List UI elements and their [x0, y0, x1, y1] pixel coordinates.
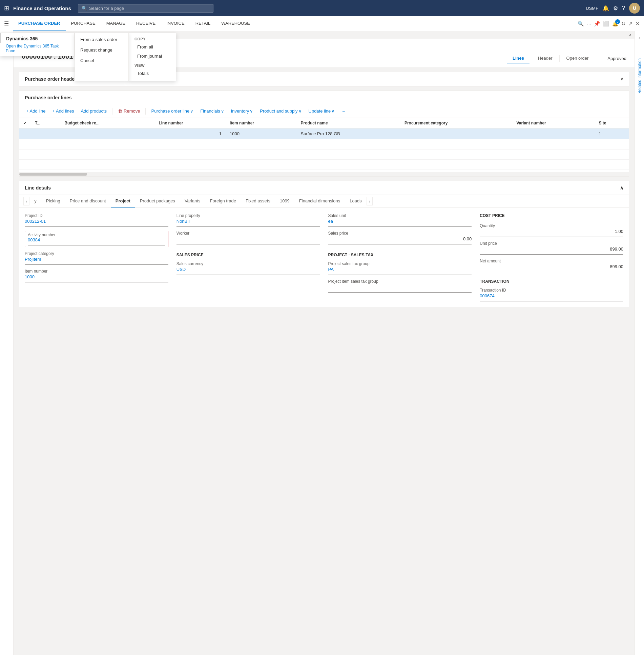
app-grid-icon[interactable]: ⊞: [4, 4, 9, 12]
totals-item[interactable]: Totals: [129, 69, 176, 78]
copy-label: COPY: [129, 36, 176, 42]
remove-button[interactable]: 🗑 Remove: [115, 107, 143, 115]
unit-price-value[interactable]: 899.00: [480, 246, 623, 255]
office-icon[interactable]: ⬜: [603, 21, 609, 27]
line-details-title: Line details: [25, 185, 51, 191]
detail-tab-y[interactable]: y: [29, 195, 41, 207]
settings-icon[interactable]: ⚙: [613, 5, 618, 12]
project-sales-tax-group-value[interactable]: PA: [328, 267, 472, 275]
search-bar[interactable]: 🔍: [78, 4, 213, 13]
sales-unit-value[interactable]: ea: [328, 219, 472, 227]
detail-tab-project[interactable]: Project: [111, 195, 135, 207]
line-property-value[interactable]: NonBill: [176, 219, 320, 227]
table-row-empty2: [19, 150, 629, 160]
refresh-icon[interactable]: ↻: [621, 21, 626, 27]
activity-number-value[interactable]: 00384: [28, 237, 165, 245]
worker-value[interactable]: [176, 236, 320, 244]
nav-tab-warehouse[interactable]: WAREHOUSE: [216, 16, 255, 31]
nav-tab-purchase[interactable]: PURCHASE: [66, 16, 101, 31]
project-id-value[interactable]: 000212-01: [25, 219, 168, 227]
from-all-item[interactable]: From all: [129, 42, 176, 52]
project-item-sales-tax-group-value[interactable]: [328, 284, 472, 293]
page-tab-header[interactable]: Header: [533, 54, 558, 63]
from-journal-item[interactable]: From journal: [129, 52, 176, 61]
page-tab-open-order[interactable]: Open order: [561, 54, 594, 63]
hamburger-icon[interactable]: ☰: [4, 20, 9, 27]
toolbar-sep-2: [145, 108, 146, 115]
purchase-order-lines-title: Purchase order lines: [19, 91, 629, 104]
product-supply-dropdown[interactable]: Product and supply ∨: [257, 107, 304, 115]
add-line-button[interactable]: + Add line: [23, 107, 48, 115]
unit-price-field: Unit price 899.00: [480, 241, 623, 255]
scrollbar-thumb: [19, 173, 87, 176]
nav-tab-retail[interactable]: RETAIL: [190, 16, 216, 31]
sales-currency-field: Sales currency USD: [176, 261, 320, 275]
project-item-sales-tax-group-label: Project item sales tax group: [328, 279, 472, 284]
sales-unit-label: Sales unit: [328, 213, 472, 218]
close-icon[interactable]: ✕: [636, 21, 640, 27]
external-link-icon[interactable]: ↗: [628, 21, 633, 27]
order-table-scroll[interactable]: ✓ T... Budget check re... Line number It…: [19, 118, 629, 172]
quantity-value[interactable]: 1.00: [480, 229, 623, 237]
add-lines-button[interactable]: + Add lines: [49, 107, 77, 115]
avatar[interactable]: U: [629, 3, 640, 14]
search-input[interactable]: [89, 6, 210, 11]
detail-tab-foreign-trade[interactable]: Foreign trade: [205, 195, 241, 207]
inventory-dropdown[interactable]: Inventory ∨: [228, 107, 256, 115]
from-sales-order-item[interactable]: From a sales order: [75, 34, 128, 45]
detail-tab-variants[interactable]: Variants: [180, 195, 205, 207]
transaction-id-label: Transaction ID: [480, 288, 623, 293]
collapse-icon[interactable]: ∧: [629, 33, 632, 37]
notification-badge-icon[interactable]: 🔔0: [612, 21, 619, 27]
related-information-label[interactable]: Related information: [637, 58, 642, 94]
more-options-button[interactable]: ···: [339, 107, 348, 115]
nav-tab-manage[interactable]: MANAGE: [101, 16, 131, 31]
dynamics365-task-pane-link[interactable]: Open the Dynamics 365 Task Pane: [0, 43, 74, 56]
col-header-product: Product name: [297, 118, 400, 128]
cancel-item[interactable]: Cancel: [75, 55, 128, 66]
line-details-chevron-up[interactable]: ∧: [620, 185, 623, 191]
financials-dropdown[interactable]: Financials ∨: [198, 107, 227, 115]
left-sidebar: ▽ ≡: [0, 31, 14, 655]
detail-col-3: Sales unit ea Sales price 0.00 PROJECT -…: [328, 213, 472, 301]
search-nav-icon[interactable]: 🔍: [578, 21, 584, 27]
copy-view-add-panel: From a sales order Request change Cancel…: [75, 33, 176, 81]
detail-tab-fixed-assets[interactable]: Fixed assets: [241, 195, 275, 207]
row-check: [19, 128, 31, 139]
update-line-dropdown[interactable]: Update line ∨: [306, 107, 338, 115]
transaction-id-value[interactable]: 000674: [480, 293, 623, 301]
table-scrollbar[interactable]: [19, 172, 629, 176]
table-row-empty: [19, 139, 629, 150]
row-line-number: 1: [154, 128, 226, 139]
detail-tab-product-packages[interactable]: Product packages: [135, 195, 180, 207]
detail-tab-financial-dimensions[interactable]: Financial dimensions: [294, 195, 345, 207]
help-icon[interactable]: ?: [622, 5, 625, 11]
add-products-button[interactable]: Add products: [78, 107, 109, 115]
item-number-field: Item number 1000: [25, 269, 168, 282]
project-category-value[interactable]: ProjItem: [25, 257, 168, 265]
detail-tab-price-discount[interactable]: Price and discount: [65, 195, 111, 207]
detail-tab-loads[interactable]: Loads: [345, 195, 366, 207]
net-amount-value[interactable]: 899.00: [480, 264, 623, 272]
tab-separator-1: [531, 55, 531, 62]
sales-currency-value[interactable]: USD: [176, 267, 320, 275]
item-number-value[interactable]: 1000: [25, 274, 168, 282]
bell-icon[interactable]: 🔔: [602, 5, 609, 12]
pin-icon[interactable]: 📌: [594, 21, 600, 27]
purchase-order-lines-section: Purchase order lines + Add line + Add li…: [19, 91, 629, 177]
sales-price-value[interactable]: 0.00: [328, 236, 472, 244]
detail-tab-next[interactable]: ›: [367, 197, 373, 205]
detail-tab-prev[interactable]: ‹: [23, 197, 29, 205]
detail-tab-1099[interactable]: 1099: [275, 195, 294, 207]
nav-tab-invoice[interactable]: INVOICE: [161, 16, 190, 31]
more-nav-icon[interactable]: ···: [587, 21, 591, 26]
request-change-item[interactable]: Request change: [75, 45, 128, 55]
table-row[interactable]: 1 1000 Surface Pro 128 GB 1: [19, 128, 629, 139]
right-sidebar-chevron[interactable]: ‹: [639, 35, 640, 41]
page-tab-lines[interactable]: Lines: [507, 54, 529, 63]
nav-tab-receive[interactable]: RECEIVE: [131, 16, 161, 31]
detail-tab-picking[interactable]: Picking: [41, 195, 65, 207]
main-content: ▽ ≡ ∧ PURCHASE ORDER 00000100 : 1001 - A…: [0, 31, 644, 655]
nav-tab-purchase-order[interactable]: PURCHASE ORDER: [13, 16, 66, 31]
purchase-order-line-dropdown[interactable]: Purchase order line ∨: [148, 107, 196, 115]
